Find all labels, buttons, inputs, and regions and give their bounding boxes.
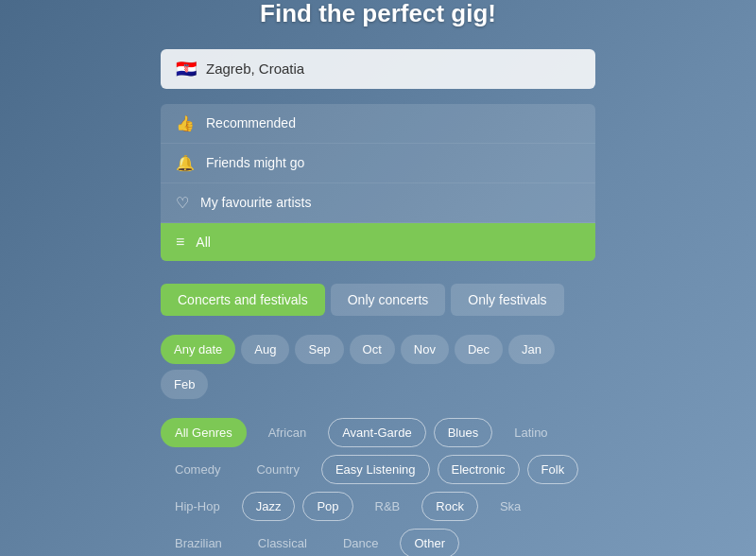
genre-btn-rnb[interactable]: R&B <box>361 492 415 521</box>
genre-btn-jazz[interactable]: Jazz <box>242 492 296 521</box>
filter-label: My favourite artists <box>200 195 311 210</box>
filter-list: 👍Recommended🔔Friends might go♡My favouri… <box>161 104 595 261</box>
filter-label: All <box>196 235 211 250</box>
genre-btn-electronic[interactable]: Electronic <box>438 455 520 484</box>
genre-btn-brazilian[interactable]: Brazilian <box>161 529 236 557</box>
date-btn-dec[interactable]: Dec <box>455 335 503 364</box>
recommended-icon: 👍 <box>176 114 195 132</box>
genre-btn-ska[interactable]: Ska <box>486 492 535 521</box>
genre-btn-easy-listening[interactable]: Easy Listening <box>321 455 430 484</box>
genre-btn-classical[interactable]: Classical <box>244 529 321 557</box>
location-text: Zagreb, Croatia <box>206 61 304 77</box>
friends-icon: 🔔 <box>176 154 195 172</box>
genre-btn-country[interactable]: Country <box>242 455 314 484</box>
event-type-festivals[interactable]: Only festivals <box>451 284 563 316</box>
filter-item-all[interactable]: ≡All <box>161 223 595 261</box>
event-type-all[interactable]: Concerts and festivals <box>161 284 325 316</box>
page-title: Find the perfect gig! <box>161 0 595 28</box>
filter-label: Friends might go <box>206 155 304 170</box>
genre-btn-blues[interactable]: Blues <box>434 418 493 447</box>
filter-item-favourite[interactable]: ♡My favourite artists <box>161 183 595 223</box>
filter-item-friends[interactable]: 🔔Friends might go <box>161 144 595 183</box>
genre-btn-all[interactable]: All Genres <box>161 418 247 447</box>
genre-row: All GenresAfricanAvant-GardeBluesLatinoC… <box>161 418 595 557</box>
location-bar[interactable]: 🇭🇷 Zagreb, Croatia <box>161 49 595 89</box>
filter-item-recommended[interactable]: 👍Recommended <box>161 104 595 144</box>
genre-btn-dance[interactable]: Dance <box>329 529 393 557</box>
genre-btn-hip-hop[interactable]: Hip-Hop <box>161 492 234 521</box>
genre-btn-rock[interactable]: Rock <box>421 492 478 521</box>
flag-icon: 🇭🇷 <box>176 59 197 79</box>
genre-btn-other[interactable]: Other <box>400 529 459 557</box>
genre-btn-african[interactable]: African <box>254 418 320 447</box>
event-type-concerts[interactable]: Only concerts <box>331 284 446 316</box>
date-btn-jan[interactable]: Jan <box>508 335 555 364</box>
main-container: Find the perfect gig! 🇭🇷 Zagreb, Croatia… <box>161 0 595 556</box>
all-icon: ≡ <box>176 234 184 251</box>
filter-label: Recommended <box>206 115 296 130</box>
date-btn-oct[interactable]: Oct <box>350 335 395 364</box>
genre-btn-comedy[interactable]: Comedy <box>161 455 234 484</box>
genre-btn-latino[interactable]: Latino <box>500 418 561 447</box>
date-btn-aug[interactable]: Aug <box>241 335 289 364</box>
genre-btn-avant-garde[interactable]: Avant-Garde <box>328 418 425 447</box>
date-btn-any[interactable]: Any date <box>161 335 235 364</box>
favourite-icon: ♡ <box>176 194 189 212</box>
date-btn-nov[interactable]: Nov <box>401 335 449 364</box>
genre-btn-pop[interactable]: Pop <box>302 492 352 521</box>
genre-btn-folk[interactable]: Folk <box>527 455 579 484</box>
event-type-row: Concerts and festivalsOnly concertsOnly … <box>161 284 595 316</box>
date-btn-sep[interactable]: Sep <box>295 335 343 364</box>
date-btn-feb[interactable]: Feb <box>161 370 208 399</box>
date-row: Any dateAugSepOctNovDecJanFeb <box>161 335 595 399</box>
